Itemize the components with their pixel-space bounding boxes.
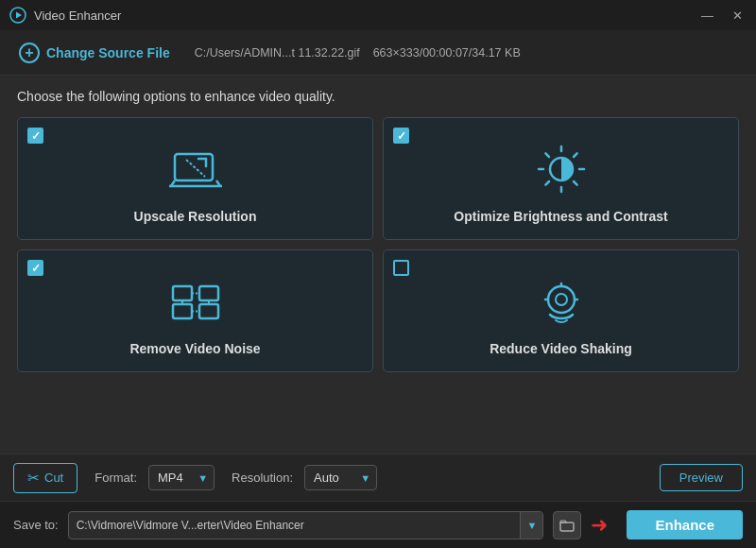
change-source-label: Change Source File [46,45,170,60]
save-to-label: Save to: [13,518,59,532]
svg-rect-21 [199,304,218,318]
enhance-button[interactable]: Enhance [627,510,743,539]
svg-line-14 [545,153,549,157]
svg-point-27 [556,294,567,305]
svg-rect-18 [173,286,192,300]
save-path-dropdown[interactable]: ▼ [520,512,542,539]
noise-checkbox[interactable] [27,260,44,277]
brightness-label: Optimize Brightness and Contrast [454,209,667,224]
svg-rect-20 [173,304,192,318]
noise-icon [165,271,226,332]
minimize-button[interactable]: — [697,7,717,25]
options-grid: Upscale Resolution [17,117,739,372]
scissors-icon: ✂ [27,470,40,487]
cut-label: Cut [44,471,63,485]
plus-circle-icon: + [19,43,40,63]
source-file-path: C:/Users/ADMIN...t 11.32.22.gif [195,46,360,60]
window-controls: — ✕ [697,7,747,25]
upscale-checkbox[interactable] [27,128,44,145]
svg-point-26 [548,286,575,313]
format-label: Format: [94,471,137,485]
save-row: Save to: C:\Vidmore\Vidmore V...erter\Vi… [0,501,756,548]
save-folder-button[interactable] [553,511,581,539]
title-bar: Video Enhancer — ✕ [0,0,756,30]
svg-rect-19 [199,286,218,300]
shaking-checkbox-box[interactable] [393,260,409,276]
format-select[interactable]: MP4 MOV AVI MKV GIF [148,465,215,490]
cut-button[interactable]: ✂ Cut [13,463,77,493]
bottom-toolbar: ✂ Cut Format: MP4 MOV AVI MKV GIF ▼ Reso… [0,454,756,501]
subtitle-text: Choose the following options to enhance … [17,89,739,104]
svg-marker-1 [16,12,22,19]
close-button[interactable]: ✕ [729,7,747,25]
resolution-select[interactable]: Auto 720P 1080P 4K [304,465,377,490]
brightness-checkbox[interactable] [393,128,410,145]
option-card-upscale: Upscale Resolution [17,117,373,240]
upscale-checkbox-box[interactable] [27,128,43,144]
source-file-info: C:/Users/ADMIN...t 11.32.22.gif 663×333/… [195,46,521,60]
svg-line-17 [545,181,549,185]
svg-line-15 [574,181,577,185]
change-source-button[interactable]: + Change Source File [13,39,176,67]
upscale-icon [165,139,226,199]
resolution-select-wrap: Auto 720P 1080P 4K ▼ [304,465,377,490]
save-path-text: C:\Vidmore\Vidmore V...erter\Video Enhan… [69,519,521,532]
main-content: Choose the following options to enhance … [0,76,756,454]
noise-checkbox-box[interactable] [27,260,43,276]
red-arrow-icon: ➜ [591,513,608,538]
brightness-checkbox-box[interactable] [393,128,409,144]
app-title: Video Enhancer [34,9,697,23]
resolution-label: Resolution: [232,471,293,485]
brightness-icon [531,139,592,199]
source-file-meta: 663×333/00:00:07/34.17 KB [373,46,521,60]
svg-rect-31 [560,522,574,531]
shaking-label: Reduce Video Shaking [490,341,632,356]
shaking-icon [531,271,592,332]
preview-button[interactable]: Preview [660,464,743,491]
app-icon [9,7,26,24]
option-card-noise: Remove Video Noise [17,249,373,372]
option-card-shaking: Reduce Video Shaking [383,249,739,372]
svg-line-6 [186,160,205,177]
format-select-wrap: MP4 MOV AVI MKV GIF ▼ [148,465,215,490]
shaking-checkbox[interactable] [393,260,410,277]
option-card-brightness: Optimize Brightness and Contrast [383,117,739,240]
upscale-label: Upscale Resolution [134,209,257,224]
source-row: + Change Source File C:/Users/ADMIN...t … [0,30,756,76]
svg-line-16 [574,153,577,157]
noise-label: Remove Video Noise [129,341,260,356]
save-path-wrap: C:\Vidmore\Vidmore V...erter\Video Enhan… [68,511,544,539]
